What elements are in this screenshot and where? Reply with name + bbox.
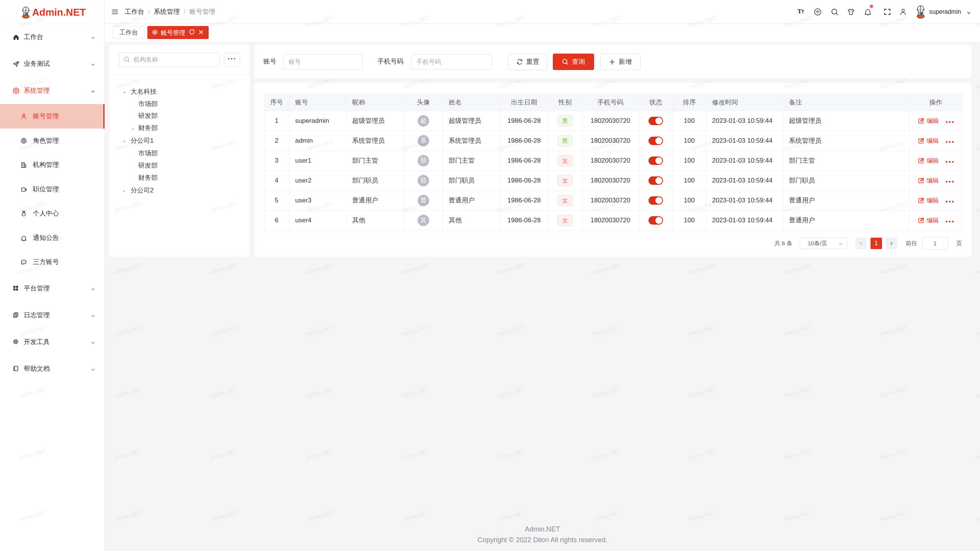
svg-text:中: 中 [816, 10, 820, 14]
